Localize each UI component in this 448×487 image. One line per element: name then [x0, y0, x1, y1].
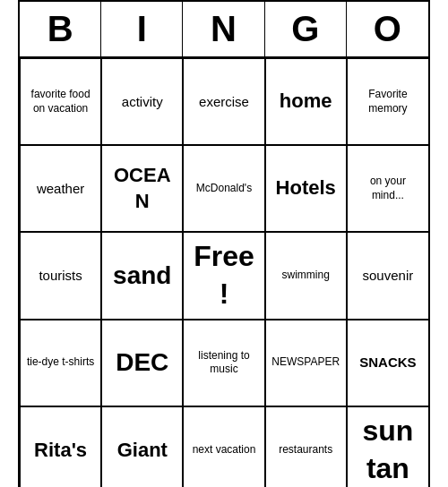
bingo-header: BINGO [20, 2, 428, 58]
bingo-cell: sun tan [347, 406, 428, 487]
bingo-cell: tie-dye t-shirts [20, 320, 101, 406]
cell-text: favorite food on vacation [26, 88, 95, 115]
cell-text: tourists [39, 267, 82, 285]
bingo-cell: exercise [183, 58, 264, 145]
cell-text: weather [37, 180, 84, 198]
cell-text: restaurants [279, 443, 332, 457]
cell-text: exercise [199, 93, 249, 111]
bingo-cell: tourists [20, 232, 101, 319]
cell-text: tie-dye t-shirts [27, 355, 94, 370]
cell-text: SNACKS [359, 354, 416, 372]
cell-text: McDonald's [196, 182, 252, 196]
bingo-cell: swimming [265, 232, 347, 319]
bingo-cell: SNACKS [347, 320, 428, 406]
bingo-cell: McDonald's [183, 145, 264, 232]
bingo-cell: OCEAN [101, 145, 183, 232]
cell-text: Favorite memory [353, 88, 423, 115]
bingo-letter: O [347, 2, 428, 56]
bingo-cell: souvenir [347, 232, 428, 319]
cell-text: activity [122, 93, 163, 111]
cell-text: home [280, 89, 332, 115]
cell-text: sand [113, 260, 171, 292]
bingo-cell: listening to music [183, 320, 264, 406]
bingo-cell: Favorite memory [347, 58, 428, 145]
cell-text: Rita's [34, 438, 87, 464]
cell-text: swimming [282, 269, 330, 283]
cell-text: listening to music [189, 349, 258, 377]
bingo-cell: sand [101, 232, 183, 319]
bingo-cell: Giant [101, 406, 183, 487]
bingo-cell: Rita's [20, 406, 101, 487]
bingo-cell: on your mind... [347, 145, 428, 232]
cell-text: sun tan [353, 413, 423, 487]
bingo-cell: home [265, 58, 347, 145]
bingo-letter: I [101, 2, 183, 56]
cell-text: on your mind... [353, 175, 423, 202]
cell-text: Hotels [276, 175, 336, 201]
bingo-letter: B [20, 2, 101, 56]
bingo-grid: favorite food on vacationactivityexercis… [20, 58, 428, 487]
bingo-cell: restaurants [265, 406, 347, 487]
bingo-cell: Hotels [265, 145, 347, 232]
bingo-cell: next vacation [183, 406, 264, 487]
bingo-letter: G [265, 2, 347, 56]
bingo-card: BINGO favorite food on vacationactivitye… [18, 0, 430, 487]
cell-text: NEWSPAPER [271, 355, 340, 370]
cell-text: Free! [189, 238, 258, 312]
bingo-cell: weather [20, 145, 101, 232]
bingo-letter: N [183, 2, 264, 56]
bingo-cell: favorite food on vacation [20, 58, 101, 145]
cell-text: souvenir [363, 267, 414, 285]
bingo-cell: activity [101, 58, 183, 145]
cell-text: DEC [116, 346, 168, 379]
cell-text: Giant [117, 438, 168, 464]
bingo-cell: Free! [183, 232, 264, 319]
cell-text: next vacation [193, 443, 256, 457]
bingo-cell: NEWSPAPER [265, 320, 347, 406]
bingo-cell: DEC [101, 320, 183, 406]
cell-text: OCEAN [108, 163, 177, 214]
